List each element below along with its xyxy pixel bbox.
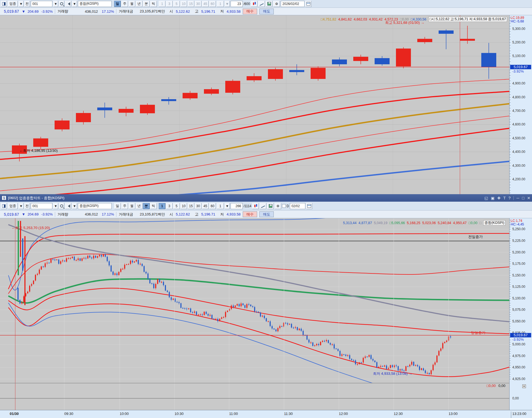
sell-button[interactable]: 매도 bbox=[259, 9, 274, 14]
period-button-년[interactable]: 년 bbox=[136, 203, 142, 209]
axis-tick bbox=[510, 289, 511, 289]
period-button-일[interactable]: 일 bbox=[114, 203, 121, 209]
buy-button[interactable]: 매수 bbox=[243, 211, 257, 217]
minute-button-1[interactable]: 1 bbox=[159, 1, 165, 7]
minute-button-60[interactable]: 60 bbox=[209, 203, 216, 209]
save-icon[interactable] bbox=[267, 203, 274, 209]
minute-combo[interactable]: 1 bbox=[217, 1, 224, 7]
minute-button-1[interactable]: 1 bbox=[159, 203, 165, 209]
current-time: 13:23:00 bbox=[511, 412, 526, 418]
minute-button-5[interactable]: 5 bbox=[173, 1, 180, 7]
minute-button-3[interactable]: 3 bbox=[166, 203, 173, 209]
buy-button[interactable]: 매수 bbox=[243, 9, 257, 14]
sell-button[interactable]: 매도 bbox=[259, 211, 274, 217]
speaker-icon[interactable] bbox=[65, 203, 71, 209]
maximize-icon[interactable]: □ bbox=[522, 196, 524, 200]
sector-dropdown-arrow[interactable]: ▼ bbox=[19, 203, 24, 209]
search-icon[interactable] bbox=[59, 1, 64, 7]
down-arrow-icon: ▼ bbox=[22, 212, 25, 216]
daily-chart-canvas[interactable] bbox=[0, 15, 509, 194]
time-axis[interactable]: 13:23:00 01/3009:3010:0010:3011:0011:301… bbox=[0, 410, 532, 418]
minute-combo[interactable]: 1 bbox=[217, 203, 224, 209]
close-icon[interactable]: ✕ bbox=[527, 196, 530, 200]
calendar-icon[interactable] bbox=[305, 1, 311, 7]
bar-count-input[interactable]: 23 bbox=[231, 1, 243, 7]
period-button-년[interactable]: 년 bbox=[136, 1, 142, 7]
candle-style-icon[interactable] bbox=[251, 1, 257, 7]
minute-button-10[interactable]: 10 bbox=[180, 1, 187, 7]
axis-tick bbox=[510, 275, 511, 276]
pin-icon[interactable]: ✚ bbox=[497, 196, 501, 200]
axis-label: 5,300.00 bbox=[512, 27, 525, 31]
speaker-icon[interactable] bbox=[65, 1, 71, 7]
axis-tick bbox=[510, 234, 511, 234]
axis-tick bbox=[510, 122, 511, 122]
minute-button-30[interactable]: 30 bbox=[195, 203, 201, 209]
minute-button-15[interactable]: 15 bbox=[188, 1, 194, 7]
speaker-dropdown-arrow[interactable]: ▼ bbox=[72, 203, 77, 209]
period-button-분[interactable]: 분 bbox=[143, 203, 150, 209]
period-button-일[interactable]: 일 bbox=[114, 1, 121, 7]
search-icon[interactable] bbox=[59, 203, 64, 209]
calendar-icon[interactable] bbox=[306, 203, 312, 209]
bar-count-input[interactable]: 266 bbox=[231, 203, 243, 209]
subpanel-close-icon[interactable]: ✕ bbox=[522, 384, 526, 388]
speaker-dropdown-arrow[interactable]: ▼ bbox=[72, 1, 77, 7]
axis-tick bbox=[510, 155, 511, 155]
panel-layout-icon[interactable] bbox=[1, 1, 7, 7]
subpanel-values: □0,00 0,00 bbox=[487, 384, 505, 388]
date-input[interactable]: 2026/02/02 bbox=[281, 1, 305, 7]
save-icon[interactable] bbox=[266, 1, 272, 7]
minute-button-45[interactable]: 45 bbox=[202, 203, 209, 209]
line-draw-icon[interactable] bbox=[258, 1, 265, 7]
window-titlebar[interactable]: 1 [0602] 업종종합차트 - 종합(KOSPI) ◱▣✚T?─□✕ bbox=[0, 194, 532, 202]
sector-button[interactable]: 업종 bbox=[8, 1, 18, 7]
period-button-주[interactable]: 주 bbox=[121, 1, 128, 7]
gear-icon[interactable]: ⚙ bbox=[275, 203, 281, 209]
minute-candle bbox=[33, 280, 34, 285]
volume-label: 거래량 bbox=[57, 9, 68, 14]
minute-price-axis[interactable]: LC:1,74 HC:-4,45 0,00 ✕ 5,250.005,225.00… bbox=[509, 218, 532, 410]
date-checkbox[interactable] bbox=[282, 204, 286, 208]
minute-button-5[interactable]: 5 bbox=[173, 203, 180, 209]
symbol-box: 종합(KOSPI) bbox=[483, 220, 505, 225]
axis-tick bbox=[510, 257, 511, 257]
panel-layout-icon[interactable] bbox=[1, 203, 7, 209]
jeon-button[interactable]: 전 bbox=[24, 203, 30, 209]
gear-icon[interactable]: ⚙ bbox=[273, 1, 280, 7]
time-label: 09:30 bbox=[64, 412, 73, 416]
axis-tick bbox=[510, 227, 511, 227]
line-draw-icon[interactable] bbox=[260, 203, 266, 209]
code-dropdown-arrow[interactable]: ▼ bbox=[53, 203, 58, 209]
sector-button[interactable]: 업종 bbox=[8, 203, 18, 209]
dock-icon[interactable]: ◱ bbox=[484, 196, 488, 200]
candle-style-icon[interactable] bbox=[252, 203, 259, 209]
period-button-틱[interactable]: 틱 bbox=[150, 203, 157, 209]
period-button-월[interactable]: 월 bbox=[129, 1, 135, 7]
period-button-분[interactable]: 분 bbox=[143, 1, 150, 7]
minute-button-15[interactable]: 15 bbox=[188, 203, 194, 209]
code-dropdown-arrow[interactable]: ▼ bbox=[53, 1, 58, 7]
minute-button-3[interactable]: 3 bbox=[166, 1, 173, 7]
jeon-button[interactable]: 전 bbox=[24, 1, 30, 7]
minute-combo-arrow[interactable]: ▼ bbox=[225, 1, 230, 7]
date-input[interactable]: 02/02 bbox=[290, 203, 305, 209]
daily-price-axis[interactable]: LC:19,89 HC:-5,68 5,300.005,200.005,100.… bbox=[509, 15, 532, 194]
minute-button-30[interactable]: 30 bbox=[195, 1, 201, 7]
help-icon[interactable]: ? bbox=[508, 196, 511, 200]
period-button-틱[interactable]: 틱 bbox=[150, 1, 157, 7]
text-icon[interactable]: T bbox=[503, 196, 506, 200]
open-value: 5,122.62 bbox=[176, 9, 190, 14]
sector-dropdown-arrow[interactable]: ▼ bbox=[19, 1, 24, 7]
code-input[interactable]: 001 bbox=[31, 1, 52, 7]
period-button-주[interactable]: 주 bbox=[121, 203, 128, 209]
clone-icon[interactable]: ▣ bbox=[491, 196, 495, 200]
period-button-월[interactable]: 월 bbox=[129, 203, 135, 209]
code-input[interactable]: 001 bbox=[31, 203, 52, 209]
minute-button-60[interactable]: 60 bbox=[209, 1, 216, 7]
minute-chart-canvas[interactable] bbox=[0, 218, 509, 410]
minute-button-10[interactable]: 10 bbox=[180, 203, 187, 209]
minute-button-45[interactable]: 45 bbox=[202, 1, 209, 7]
minute-combo-arrow[interactable]: ▼ bbox=[225, 203, 230, 209]
minimize-icon[interactable]: ─ bbox=[516, 196, 519, 200]
